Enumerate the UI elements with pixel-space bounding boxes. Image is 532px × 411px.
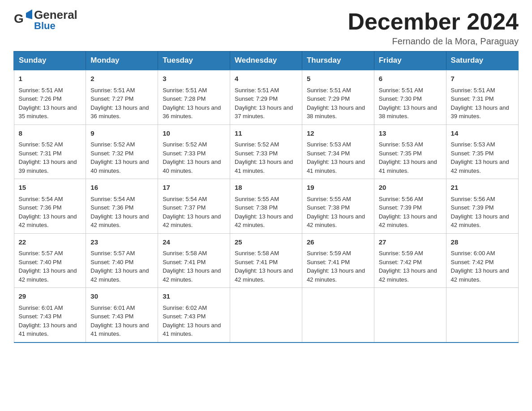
sunrise-info: Sunrise: 5:54 AM — [163, 196, 207, 202]
sunrise-info: Sunrise: 5:51 AM — [379, 87, 423, 94]
daylight-info: Daylight: 13 hours and 42 minutes. — [451, 213, 509, 229]
day-header-friday: Friday — [374, 51, 446, 70]
sunset-info: Sunset: 7:29 PM — [307, 95, 350, 102]
sunset-info: Sunset: 7:41 PM — [235, 259, 278, 265]
sunset-info: Sunset: 7:40 PM — [90, 259, 133, 265]
sunset-info: Sunset: 7:31 PM — [19, 150, 62, 157]
day-number: 21 — [451, 183, 514, 193]
day-header-sunday: Sunday — [14, 51, 86, 70]
sunset-info: Sunset: 7:26 PM — [19, 95, 62, 102]
sunrise-info: Sunrise: 5:59 AM — [379, 250, 423, 257]
day-number: 23 — [90, 237, 153, 248]
calendar-day-cell: 19 Sunrise: 5:55 AM Sunset: 7:38 PM Dayl… — [302, 179, 374, 234]
sunset-info: Sunset: 7:43 PM — [19, 313, 62, 320]
calendar-day-cell: 8 Sunrise: 5:52 AM Sunset: 7:31 PM Dayli… — [14, 124, 86, 179]
sunset-info: Sunset: 7:39 PM — [451, 204, 494, 211]
sunrise-info: Sunrise: 5:53 AM — [451, 141, 495, 148]
sunset-info: Sunset: 7:43 PM — [90, 313, 133, 320]
day-number: 25 — [235, 237, 297, 248]
day-number: 3 — [163, 74, 225, 84]
daylight-info: Daylight: 13 hours and 42 minutes. — [307, 267, 365, 283]
calendar-week-row: 8 Sunrise: 5:52 AM Sunset: 7:31 PM Dayli… — [14, 124, 518, 179]
day-number: 5 — [307, 74, 369, 84]
calendar-day-cell: 20 Sunrise: 5:56 AM Sunset: 7:39 PM Dayl… — [374, 179, 446, 234]
calendar-day-cell: 24 Sunrise: 5:58 AM Sunset: 7:41 PM Dayl… — [158, 233, 230, 288]
daylight-info: Daylight: 13 hours and 42 minutes. — [451, 158, 509, 174]
sunset-info: Sunset: 7:40 PM — [19, 259, 62, 265]
calendar-day-cell: 14 Sunrise: 5:53 AM Sunset: 7:35 PM Dayl… — [446, 124, 518, 179]
calendar-week-row: 15 Sunrise: 5:54 AM Sunset: 7:36 PM Dayl… — [14, 179, 518, 234]
daylight-info: Daylight: 13 hours and 41 minutes. — [379, 158, 437, 174]
sunrise-info: Sunrise: 6:02 AM — [163, 304, 207, 311]
calendar-day-cell: 15 Sunrise: 5:54 AM Sunset: 7:36 PM Dayl… — [14, 179, 86, 234]
logo-text-block: General Blue — [34, 9, 77, 31]
calendar-table: SundayMondayTuesdayWednesdayThursdayFrid… — [13, 51, 519, 343]
day-number: 12 — [307, 128, 369, 139]
sunrise-info: Sunrise: 5:52 AM — [90, 141, 135, 148]
sunset-info: Sunset: 7:28 PM — [163, 95, 206, 102]
daylight-info: Daylight: 13 hours and 41 minutes. — [163, 322, 221, 338]
sunrise-info: Sunrise: 5:52 AM — [19, 141, 63, 148]
day-header-tuesday: Tuesday — [158, 51, 230, 70]
calendar-day-cell: 21 Sunrise: 5:56 AM Sunset: 7:39 PM Dayl… — [446, 179, 518, 234]
calendar-day-cell: 23 Sunrise: 5:57 AM Sunset: 7:40 PM Dayl… — [86, 233, 158, 288]
logo-blue: Blue — [34, 21, 56, 31]
daylight-info: Daylight: 13 hours and 41 minutes. — [235, 158, 293, 174]
calendar-day-cell — [230, 288, 302, 342]
day-number: 17 — [163, 183, 225, 193]
daylight-info: Daylight: 13 hours and 36 minutes. — [163, 104, 221, 120]
calendar-day-cell: 11 Sunrise: 5:52 AM Sunset: 7:33 PM Dayl… — [230, 124, 302, 179]
page-header: G General Blue December 2024 Fernando de… — [13, 9, 519, 47]
sunrise-info: Sunrise: 5:58 AM — [163, 250, 207, 257]
daylight-info: Daylight: 13 hours and 41 minutes. — [307, 158, 365, 174]
sunset-info: Sunset: 7:27 PM — [90, 95, 133, 102]
calendar-day-cell: 13 Sunrise: 5:53 AM Sunset: 7:35 PM Dayl… — [374, 124, 446, 179]
sunrise-info: Sunrise: 5:52 AM — [163, 141, 207, 148]
sunset-info: Sunset: 7:36 PM — [19, 204, 62, 211]
daylight-info: Daylight: 13 hours and 42 minutes. — [379, 267, 437, 283]
calendar-day-cell: 6 Sunrise: 5:51 AM Sunset: 7:30 PM Dayli… — [374, 70, 446, 124]
calendar-day-cell: 10 Sunrise: 5:52 AM Sunset: 7:33 PM Dayl… — [158, 124, 230, 179]
day-number: 27 — [379, 237, 442, 248]
sunset-info: Sunset: 7:31 PM — [451, 95, 494, 102]
daylight-info: Daylight: 13 hours and 41 minutes. — [19, 322, 77, 338]
calendar-day-cell: 28 Sunrise: 6:00 AM Sunset: 7:42 PM Dayl… — [446, 233, 518, 288]
calendar-day-cell: 18 Sunrise: 5:55 AM Sunset: 7:38 PM Dayl… — [230, 179, 302, 234]
calendar-day-cell: 27 Sunrise: 5:59 AM Sunset: 7:42 PM Dayl… — [374, 233, 446, 288]
sunset-info: Sunset: 7:36 PM — [90, 204, 133, 211]
calendar-week-row: 22 Sunrise: 5:57 AM Sunset: 7:40 PM Dayl… — [14, 233, 518, 288]
logo-icon: G — [13, 9, 32, 31]
daylight-info: Daylight: 13 hours and 42 minutes. — [451, 267, 509, 283]
day-number: 30 — [90, 291, 153, 302]
day-number: 15 — [19, 183, 82, 193]
sunrise-info: Sunrise: 5:53 AM — [379, 141, 423, 148]
day-number: 14 — [451, 128, 514, 139]
sunrise-info: Sunrise: 5:53 AM — [307, 141, 351, 148]
daylight-info: Daylight: 13 hours and 35 minutes. — [19, 104, 77, 120]
daylight-info: Daylight: 13 hours and 42 minutes. — [235, 213, 293, 229]
calendar-day-cell: 7 Sunrise: 5:51 AM Sunset: 7:31 PM Dayli… — [446, 70, 518, 124]
sunrise-info: Sunrise: 5:59 AM — [307, 250, 351, 257]
sunrise-info: Sunrise: 6:01 AM — [90, 304, 135, 311]
day-number: 6 — [379, 74, 442, 84]
sunrise-info: Sunrise: 5:57 AM — [19, 250, 63, 257]
sunset-info: Sunset: 7:43 PM — [163, 313, 206, 320]
daylight-info: Daylight: 13 hours and 39 minutes. — [451, 104, 509, 120]
calendar-day-cell: 4 Sunrise: 5:51 AM Sunset: 7:29 PM Dayli… — [230, 70, 302, 124]
sunrise-info: Sunrise: 5:56 AM — [451, 196, 495, 202]
calendar-day-cell: 25 Sunrise: 5:58 AM Sunset: 7:41 PM Dayl… — [230, 233, 302, 288]
calendar-day-cell: 31 Sunrise: 6:02 AM Sunset: 7:43 PM Dayl… — [158, 288, 230, 342]
day-number: 9 — [90, 128, 153, 139]
calendar-day-cell: 1 Sunrise: 5:51 AM Sunset: 7:26 PM Dayli… — [14, 70, 86, 124]
day-number: 2 — [90, 74, 153, 84]
logo-general: General — [34, 9, 77, 21]
calendar-day-cell — [446, 288, 518, 342]
calendar-day-cell: 2 Sunrise: 5:51 AM Sunset: 7:27 PM Dayli… — [86, 70, 158, 124]
logo: G General Blue — [13, 9, 77, 31]
day-number: 19 — [307, 183, 369, 193]
day-number: 29 — [19, 291, 82, 302]
daylight-info: Daylight: 13 hours and 42 minutes. — [163, 267, 221, 283]
sunset-info: Sunset: 7:38 PM — [307, 204, 350, 211]
sunrise-info: Sunrise: 5:52 AM — [235, 141, 279, 148]
sunrise-info: Sunrise: 5:51 AM — [19, 87, 63, 94]
